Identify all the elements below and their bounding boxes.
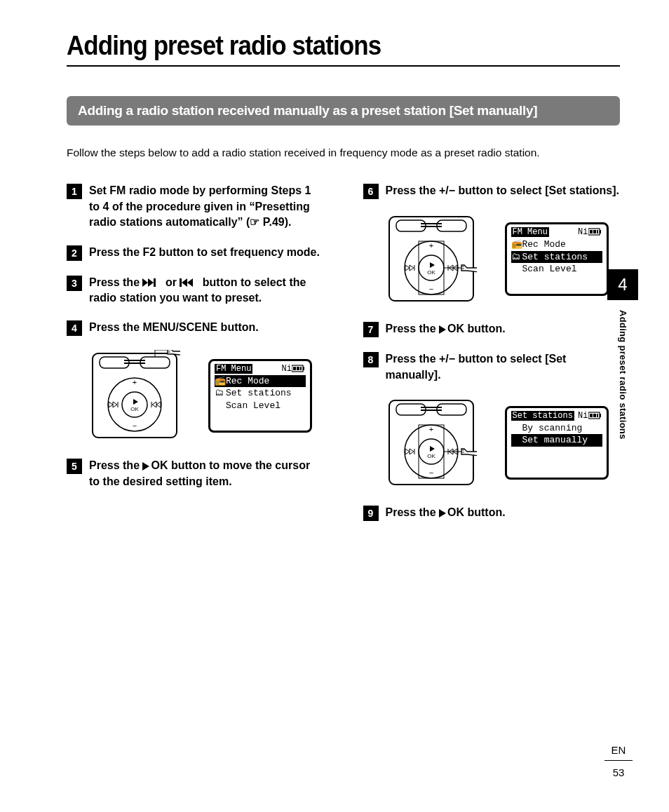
step-1: 1 Set FM radio mode by performing Steps … bbox=[67, 183, 324, 230]
text: Press the bbox=[89, 276, 142, 288]
section-heading-bar: Adding a radio station received manually… bbox=[67, 96, 620, 126]
lcd-screen: Set stations Ni By scanning Set manually bbox=[505, 406, 609, 480]
screen-line: 🗂Set stations bbox=[215, 387, 306, 400]
play-icon bbox=[439, 509, 447, 517]
step-9: 9 Press the OK button. bbox=[363, 505, 621, 521]
lcd-screen: FM Menu Ni 📻Rec Mode 🗂Set stations Scan … bbox=[208, 359, 312, 433]
step-5: 5 Press the OK button to move the cursor… bbox=[67, 458, 324, 489]
screen-line: By scanning bbox=[511, 422, 602, 435]
text: Press the bbox=[89, 246, 142, 258]
step-text: Press the F2 button to set frequency mod… bbox=[89, 245, 320, 260]
device-illustration bbox=[89, 350, 180, 441]
text: Press the bbox=[89, 321, 142, 333]
title-rule bbox=[67, 65, 620, 67]
step-8: 8 Press the +/− button to select [Set ma… bbox=[363, 351, 621, 383]
step-number: 5 bbox=[67, 459, 82, 474]
lcd-screen: FM Menu Ni 📻Rec Mode 🗂Set stations Scan … bbox=[505, 222, 609, 296]
text-bold: OK bbox=[447, 506, 464, 518]
svg-marker-30 bbox=[182, 278, 187, 287]
screen-title: FM Menu bbox=[511, 227, 549, 237]
svg-marker-26 bbox=[142, 278, 148, 287]
screen-line: 📻Rec Mode bbox=[215, 375, 306, 388]
right-column: 6 Press the +/− button to select [Set st… bbox=[363, 183, 621, 535]
fast-forward-icon bbox=[142, 278, 162, 287]
battery-indicator: Ni bbox=[578, 411, 602, 421]
text-bold: Set stations bbox=[548, 184, 612, 196]
device-illustration bbox=[386, 213, 477, 304]
screen-line: 🗂Set stations bbox=[511, 251, 602, 264]
step-number: 6 bbox=[363, 184, 379, 199]
rewind-icon bbox=[180, 278, 199, 287]
text: Press the bbox=[386, 353, 439, 365]
page-footer: EN 53 bbox=[604, 744, 633, 778]
language-code: EN bbox=[604, 744, 633, 756]
step-text: Press the +/− button to select [Set stat… bbox=[386, 183, 619, 198]
play-icon bbox=[439, 325, 447, 334]
step-text: Set FM radio mode by performing Steps 1 … bbox=[89, 183, 324, 230]
step-text: Press the or button to select the radio … bbox=[89, 275, 324, 306]
step-number: 4 bbox=[67, 320, 82, 336]
text-bold: +/− bbox=[439, 353, 455, 365]
step-number: 7 bbox=[363, 322, 379, 337]
figure-step8: Set stations Ni By scanning Set manually bbox=[386, 397, 621, 488]
page-title: Adding preset radio stations bbox=[67, 31, 576, 61]
screen-line: Set manually bbox=[511, 434, 602, 447]
screen-line: Scan Level bbox=[511, 263, 602, 276]
text: Press the bbox=[89, 459, 142, 471]
text: ” (☞ P.49). bbox=[238, 216, 292, 228]
figure-step6: FM Menu Ni 📻Rec Mode 🗂Set stations Scan … bbox=[386, 213, 621, 304]
svg-marker-37 bbox=[439, 325, 446, 334]
step-7: 7 Press the OK button. bbox=[363, 321, 621, 337]
text: ]. bbox=[434, 369, 441, 381]
screen-line: Scan Level bbox=[215, 400, 306, 412]
svg-marker-40 bbox=[439, 509, 446, 517]
step-2: 2 Press the F2 button to set frequency m… bbox=[67, 245, 324, 261]
chapter-number: 4 bbox=[607, 269, 638, 300]
step-text: Press the MENU/SCENE button. bbox=[89, 320, 259, 335]
step-number: 1 bbox=[67, 184, 82, 199]
text: button to select [ bbox=[455, 184, 548, 196]
step-number: 8 bbox=[363, 352, 379, 367]
text: button to set frequency mode. bbox=[156, 246, 320, 258]
screen-line: 📻Rec Mode bbox=[511, 238, 602, 251]
step-3: 3 Press the or button to select the radi… bbox=[67, 275, 324, 306]
text: Press the bbox=[386, 506, 439, 518]
step-number: 3 bbox=[67, 276, 82, 291]
svg-marker-34 bbox=[142, 462, 149, 471]
step-4: 4 Press the MENU/SCENE button. bbox=[67, 320, 324, 336]
figure-step4: FM Menu Ni 📻Rec Mode 🗂Set stations Scan … bbox=[89, 350, 324, 441]
text: Press the bbox=[386, 184, 439, 196]
svg-marker-31 bbox=[187, 278, 193, 287]
side-tab: 4 Adding preset radio stations bbox=[607, 269, 638, 440]
footer-rule bbox=[604, 760, 633, 761]
battery-indicator: Ni bbox=[282, 364, 306, 374]
left-column: 1 Set FM radio mode by performing Steps … bbox=[67, 183, 324, 535]
text: button to select [ bbox=[455, 353, 548, 365]
text: button. bbox=[464, 506, 506, 518]
text-bold: MENU/SCENE bbox=[142, 321, 217, 333]
svg-rect-29 bbox=[180, 278, 182, 287]
text-bold: OK bbox=[151, 459, 168, 471]
svg-rect-28 bbox=[154, 278, 156, 287]
device-illustration bbox=[386, 397, 477, 488]
svg-marker-27 bbox=[148, 278, 154, 287]
step-text: Press the OK button. bbox=[386, 321, 506, 337]
text-bold: OK bbox=[447, 323, 464, 334]
intro-text: Follow the steps below to add a radio st… bbox=[67, 145, 620, 161]
text: Press the bbox=[386, 323, 439, 334]
text: button. bbox=[464, 323, 506, 334]
step-text: Press the +/− button to select [Set manu… bbox=[386, 351, 621, 383]
step-text: Press the OK button. bbox=[386, 505, 506, 520]
screen-title: FM Menu bbox=[215, 364, 252, 374]
text-bold: F2 bbox=[142, 246, 156, 258]
screen-title: Set stations bbox=[511, 411, 574, 421]
content-columns: 1 Set FM radio mode by performing Steps … bbox=[67, 183, 620, 535]
battery-indicator: Ni bbox=[578, 227, 602, 237]
page-number: 53 bbox=[604, 766, 633, 778]
text: ]. bbox=[612, 184, 619, 196]
step-6: 6 Press the +/− button to select [Set st… bbox=[363, 183, 621, 199]
step-number: 2 bbox=[67, 245, 82, 261]
text: or bbox=[162, 276, 180, 288]
step-number: 9 bbox=[363, 506, 379, 521]
text-bold: +/− bbox=[439, 184, 455, 196]
